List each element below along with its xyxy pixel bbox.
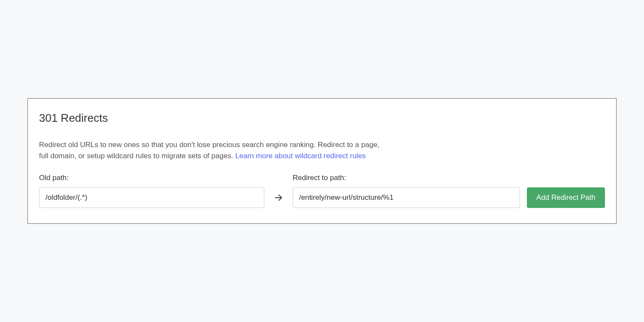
add-redirect-button[interactable]: Add Redirect Path (527, 187, 605, 208)
learn-more-link[interactable]: Learn more about wildcard redirect rules (235, 152, 366, 160)
new-path-input[interactable] (293, 187, 520, 208)
new-path-field-group: Redirect to path: (293, 174, 520, 208)
old-path-input[interactable] (39, 187, 264, 208)
card-title: 301 Redirects (39, 111, 605, 125)
redirects-card: 301 Redirects Redirect old URLs to new o… (27, 98, 617, 224)
old-path-label: Old path: (39, 174, 264, 182)
arrow-divider (271, 187, 286, 208)
new-path-label: Redirect to path: (293, 174, 520, 182)
redirect-form-row: Old path: Redirect to path: Add Redirect… (39, 174, 605, 208)
old-path-field-group: Old path: (39, 174, 264, 208)
arrow-right-icon (274, 193, 283, 202)
card-description: Redirect old URLs to new ones so that yo… (39, 139, 382, 162)
